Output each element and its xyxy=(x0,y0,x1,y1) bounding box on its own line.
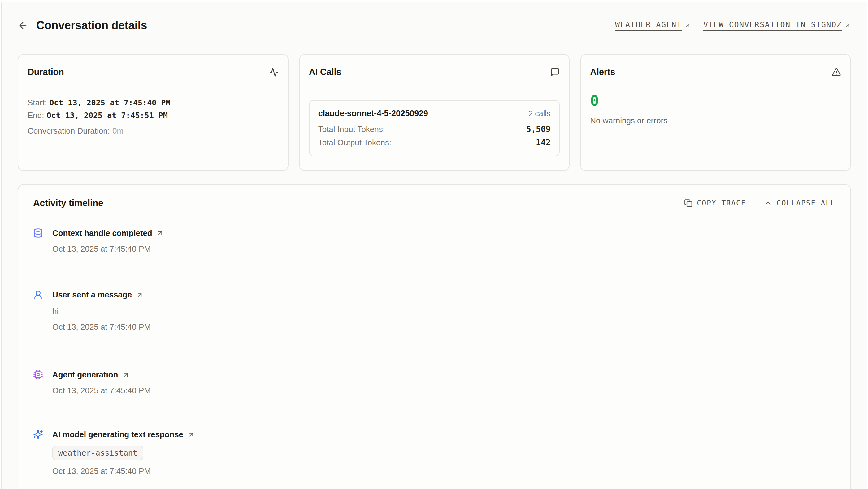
header-links: WEATHER AGENT VIEW CONVERSATION IN SIGNO… xyxy=(615,20,851,31)
timeline-connector xyxy=(38,383,38,430)
back-arrow-icon[interactable] xyxy=(18,20,28,31)
database-icon xyxy=(33,228,43,238)
copy-icon xyxy=(684,199,692,207)
copy-trace-button[interactable]: COPY TRACE xyxy=(684,199,746,207)
timeline-connector xyxy=(38,304,38,370)
activity-timeline-card: Activity timeline COPY TRACE COLLAPSE AL… xyxy=(18,184,851,489)
timeline-item-title: Agent generation xyxy=(52,370,118,380)
conversation-duration-value: 0m xyxy=(112,126,124,136)
timeline-item-timestamp: Oct 13, 2025 at 7:45:40 PM xyxy=(52,466,836,476)
alerts-message: No warnings or errors xyxy=(590,116,841,125)
timeline-item-timestamp: Oct 13, 2025 at 7:45:40 PM xyxy=(52,322,836,332)
timeline-item-title: User sent a message xyxy=(52,290,132,300)
page-header: Conversation details WEATHER AGENT VIEW … xyxy=(2,2,867,34)
timeline-item-ai-text-response: AI model generating text response weathe… xyxy=(33,430,836,489)
model-usage-box: claude-sonnet-4-5-20250929 2 calls Total… xyxy=(309,100,560,156)
timeline-item-timestamp: Oct 13, 2025 at 7:45:40 PM xyxy=(52,386,836,395)
conversation-duration-row: Conversation Duration:0m xyxy=(28,125,279,137)
timeline-connector xyxy=(38,443,38,489)
weather-agent-link[interactable]: WEATHER AGENT xyxy=(615,20,691,31)
message-square-icon xyxy=(550,67,560,77)
start-time-value: Oct 13, 2025 at 7:45:40 PM xyxy=(49,98,170,107)
agent-name-badge: weather-assistant xyxy=(52,445,143,460)
end-time-value: Oct 13, 2025 at 7:45:51 PM xyxy=(47,111,168,120)
timeline-item-context-handle: Context handle completed Oct 13, 2025 at… xyxy=(33,228,836,290)
input-tokens-value: 5,509 xyxy=(526,124,550,134)
alerts-card-title: Alerts xyxy=(590,67,615,77)
model-call-count: 2 calls xyxy=(528,109,550,118)
cpu-icon xyxy=(33,370,43,380)
open-span-link-icon[interactable] xyxy=(188,431,195,438)
timeline-item-user-message: User sent a message hi Oct 13, 2025 at 7… xyxy=(33,290,836,370)
timeline-title: Activity timeline xyxy=(33,198,103,208)
activity-pulse-icon xyxy=(269,67,279,77)
model-name: claude-sonnet-4-5-20250929 xyxy=(318,109,428,118)
user-icon xyxy=(33,290,43,300)
timeline-item-agent-generation: Agent generation Oct 13, 2025 at 7:45:40… xyxy=(33,370,836,430)
open-span-link-icon[interactable] xyxy=(122,371,129,378)
output-tokens-row: Total Output Tokens: 142 xyxy=(318,138,551,147)
ai-calls-card: AI Calls claude-sonnet-4-5-20250929 2 ca… xyxy=(299,54,570,171)
external-link-icon xyxy=(684,22,691,29)
stat-cards-row: Duration Start:Oct 13, 2025 at 7:45:40 P… xyxy=(18,54,851,171)
view-conversation-signoz-link[interactable]: VIEW CONVERSATION IN SIGNOZ xyxy=(703,20,851,31)
timeline-item-title: AI model generating text response xyxy=(52,430,183,439)
duration-card-title: Duration xyxy=(28,67,64,77)
chevron-up-icon xyxy=(764,199,772,207)
page-title: Conversation details xyxy=(36,19,147,32)
timeline-items: Context handle completed Oct 13, 2025 at… xyxy=(33,228,836,489)
external-link-icon xyxy=(844,22,851,29)
start-time-row: Start:Oct 13, 2025 at 7:45:40 PM xyxy=(28,96,279,109)
timeline-item-timestamp: Oct 13, 2025 at 7:45:40 PM xyxy=(52,244,836,254)
timeline-item-title: Context handle completed xyxy=(52,228,152,238)
alerts-count: 0 xyxy=(590,93,841,108)
duration-card: Duration Start:Oct 13, 2025 at 7:45:40 P… xyxy=(18,54,288,171)
open-span-link-icon[interactable] xyxy=(157,230,164,237)
sparkles-icon xyxy=(33,430,43,439)
ai-calls-card-title: AI Calls xyxy=(309,67,341,77)
input-tokens-row: Total Input Tokens: 5,509 xyxy=(318,124,551,134)
conversation-details-pane: Conversation details WEATHER AGENT VIEW … xyxy=(1,2,867,489)
alerts-card: Alerts 0 No warnings or errors xyxy=(580,54,851,171)
timeline-connector xyxy=(38,242,38,290)
user-message-text: hi xyxy=(52,307,836,316)
end-time-row: End:Oct 13, 2025 at 7:45:51 PM xyxy=(28,109,279,122)
output-tokens-value: 142 xyxy=(536,138,550,147)
open-span-link-icon[interactable] xyxy=(136,291,143,298)
warning-triangle-icon xyxy=(832,67,841,77)
collapse-all-button[interactable]: COLLAPSE ALL xyxy=(764,199,836,207)
